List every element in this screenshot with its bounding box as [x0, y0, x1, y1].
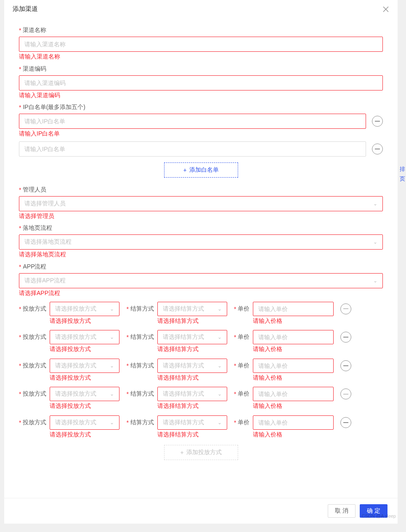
inline-label: *结算方式 [126, 302, 154, 316]
settle-mode-select[interactable]: 请选择结算方式⌄ [157, 330, 227, 344]
select-placeholder: 请选择投放方式 [55, 390, 110, 398]
error-app-flow: 请选择APP流程 [19, 289, 383, 298]
ip-whitelist-row [19, 141, 383, 157]
error-ip-whitelist: 请输入IP白名单 [19, 130, 383, 138]
label-app-flow: * APP流程 [19, 263, 383, 271]
launch-mode-select[interactable]: 请选择投放方式⌄ [50, 302, 119, 316]
select-placeholder: 请选择落地页流程 [24, 238, 373, 246]
remove-row-icon[interactable] [372, 116, 383, 127]
add-whitelist-button[interactable]: + 添加白名单 [164, 162, 238, 178]
unit-price-input[interactable] [253, 359, 334, 373]
required-asterisk: * [19, 225, 21, 231]
error-admin: 请选择管理员 [19, 212, 383, 221]
error-text: 请选择投放方式 [50, 374, 119, 382]
select-placeholder: 请选择投放方式 [55, 419, 110, 426]
add-launch-mode-button[interactable]: + 添加投放方式 [164, 445, 238, 460]
plus-icon: + [180, 450, 183, 455]
required-asterisk: * [234, 391, 236, 397]
required-asterisk: * [234, 334, 236, 340]
unit-price-input[interactable] [253, 387, 334, 401]
inline-label: *投放方式 [19, 387, 46, 401]
modal-body: * 渠道名称 请输入渠道名称 * 渠道编码 请输入渠道编码 * IP白名单(最多… [4, 18, 398, 498]
admin-select[interactable]: 请选择管理人员 ⌄ [19, 196, 383, 211]
error-text: 请输入价格 [253, 431, 334, 439]
label-admin: * 管理人员 [19, 186, 383, 194]
select-placeholder: 请选择投放方式 [55, 362, 110, 370]
error-channel-code: 请输入渠道编码 [19, 91, 383, 100]
error-text: 请选择投放方式 [50, 402, 119, 410]
settle-mode-select[interactable]: 请选择结算方式⌄ [157, 359, 227, 373]
launch-mode-row: *投放方式请选择投放方式⌄请选择投放方式*结算方式请选择结算方式⌄请选择结算方式… [19, 330, 383, 354]
inline-label: *投放方式 [19, 415, 46, 430]
required-asterisk: * [19, 66, 21, 72]
chevron-down-icon: ⌄ [110, 334, 114, 340]
ip-whitelist-input[interactable] [19, 114, 366, 129]
error-text: 请输入价格 [253, 374, 334, 382]
unit-price-input[interactable] [253, 415, 334, 430]
field-channel-code: * 渠道编码 请输入渠道编码 [19, 65, 383, 100]
channel-code-input[interactable] [19, 75, 383, 90]
remove-row-icon[interactable] [340, 332, 351, 343]
required-asterisk: * [126, 419, 128, 426]
label-text: 管理人员 [23, 186, 46, 194]
chevron-down-icon: ⌄ [110, 363, 114, 369]
unit-price-input[interactable] [253, 330, 334, 344]
inline-label: *单价 [234, 387, 249, 401]
modal-add-channel: 添加渠道 * 渠道名称 请输入渠道名称 * 渠道编码 请输入渠道编码 [4, 0, 398, 524]
inline-label: *单价 [234, 302, 249, 316]
remove-row-icon[interactable] [340, 360, 351, 371]
required-asterisk: * [19, 306, 21, 312]
chevron-down-icon: ⌄ [218, 334, 222, 340]
chevron-down-icon: ⌄ [373, 278, 377, 284]
app-flow-select[interactable]: 请选择APP流程 ⌄ [19, 273, 383, 288]
add-whitelist-label: 添加白名单 [189, 166, 219, 174]
launch-mode-select[interactable]: 请选择投放方式⌄ [50, 415, 119, 430]
inline-label: *结算方式 [126, 387, 154, 401]
chevron-down-icon: ⌄ [218, 306, 222, 312]
label-text: IP白名单(最多添加五个) [23, 104, 85, 111]
inline-label: *单价 [234, 330, 249, 344]
settle-mode-select[interactable]: 请选择结算方式⌄ [157, 302, 227, 316]
chevron-down-icon: ⌄ [218, 420, 222, 426]
select-placeholder: 请选择结算方式 [163, 390, 218, 398]
required-asterisk: * [234, 306, 236, 312]
label-text: 渠道编码 [23, 65, 46, 73]
required-asterisk: * [19, 186, 21, 193]
required-asterisk: * [19, 263, 21, 270]
launch-mode-row: *投放方式请选择投放方式⌄请选择投放方式*结算方式请选择结算方式⌄请选择结算方式… [19, 387, 383, 410]
remove-row-icon[interactable] [372, 144, 383, 154]
field-ip-whitelist: * IP白名单(最多添加五个) 请输入IP白名单 + 添加白名单 [19, 104, 383, 178]
cancel-button[interactable]: 取 消 [328, 504, 356, 518]
inline-label: *结算方式 [126, 415, 154, 430]
launch-mode-select[interactable]: 请选择投放方式⌄ [50, 330, 119, 344]
launch-mode-select[interactable]: 请选择投放方式⌄ [50, 387, 119, 401]
error-landing-flow: 请选择落地页流程 [19, 250, 383, 259]
landing-flow-select[interactable]: 请选择落地页流程 ⌄ [19, 234, 383, 250]
chevron-down-icon: ⌄ [110, 420, 114, 426]
remove-row-icon[interactable] [340, 417, 351, 428]
unit-price-input[interactable] [253, 302, 334, 316]
inline-label: *投放方式 [19, 359, 46, 373]
error-text: 请选择投放方式 [50, 431, 119, 439]
chevron-down-icon: ⌄ [110, 306, 114, 312]
inline-label: *单价 [234, 415, 249, 430]
remove-row-icon[interactable] [340, 388, 351, 399]
inline-label: *投放方式 [19, 330, 46, 344]
inline-label: *结算方式 [126, 359, 154, 373]
select-placeholder: 请选择结算方式 [163, 362, 218, 370]
remove-row-icon[interactable] [340, 303, 351, 314]
channel-name-input[interactable] [19, 37, 383, 52]
error-text: 请选择结算方式 [157, 431, 227, 439]
launch-mode-select[interactable]: 请选择投放方式⌄ [50, 359, 119, 373]
launch-mode-row: *投放方式请选择投放方式⌄请选择投放方式*结算方式请选择结算方式⌄请选择结算方式… [19, 359, 383, 382]
inline-label: *结算方式 [126, 330, 154, 344]
ip-whitelist-input[interactable] [19, 141, 366, 157]
settle-mode-select[interactable]: 请选择结算方式⌄ [157, 415, 227, 430]
settle-mode-select[interactable]: 请选择结算方式⌄ [157, 387, 227, 401]
confirm-button[interactable]: 确 定 [360, 504, 387, 518]
required-asterisk: * [19, 334, 21, 340]
error-text: 请输入价格 [253, 402, 334, 410]
error-text: 请选择结算方式 [157, 345, 227, 354]
close-icon[interactable] [382, 6, 389, 13]
error-text: 请选择结算方式 [157, 317, 227, 325]
